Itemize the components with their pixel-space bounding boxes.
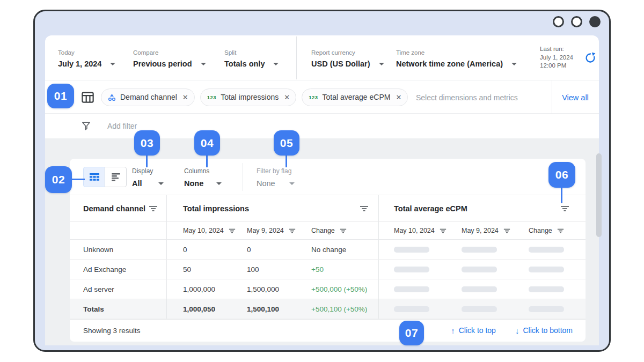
subheader: Change	[311, 227, 335, 234]
selector-value: Totals only	[224, 60, 265, 68]
row-value: 1,500,000	[239, 279, 306, 299]
link-label: Click to bottom	[523, 326, 573, 335]
report-settings-row: Today July 1, 2024 Compare Previous peri…	[45, 35, 599, 80]
table-row: Unknown 0 0 No change	[70, 240, 586, 260]
row-value: 1,000,050	[166, 299, 239, 319]
callout-connector	[206, 155, 208, 167]
sort-filter-icon[interactable]	[440, 228, 447, 233]
selector-value: Network time zone (America)	[396, 60, 503, 68]
view-all-link[interactable]: View all	[552, 93, 599, 102]
close-icon[interactable]: ✕	[182, 93, 188, 101]
selector-label: Compare	[133, 49, 206, 56]
subheader: May 9, 2024	[247, 227, 284, 234]
chip-label: Total impressions	[221, 93, 279, 101]
callout-connector	[286, 155, 287, 167]
sort-filter-icon[interactable]	[340, 228, 347, 233]
chevron-down-icon	[379, 63, 384, 65]
row-change: +500,000 (+50%)	[306, 279, 378, 299]
sort-filter-icon[interactable]	[289, 228, 296, 233]
hierarchy-icon	[108, 93, 116, 101]
subheader: Change	[529, 227, 552, 234]
sort-filter-icon[interactable]	[557, 228, 564, 233]
chevron-down-icon	[511, 63, 517, 65]
refresh-icon[interactable]	[584, 51, 597, 64]
table-subheader-row: May 10, 2024 May 9, 2024 Change May 10, …	[70, 222, 586, 240]
window-dot-icon[interactable]	[571, 16, 582, 27]
callout-connector	[146, 155, 148, 167]
filter-funnel-icon[interactable]	[80, 120, 92, 131]
close-icon[interactable]: ✕	[396, 93, 401, 101]
selector-label: Report currency	[311, 49, 384, 56]
skeleton-pill	[394, 306, 429, 312]
scrollbar-thumb[interactable]	[596, 153, 602, 237]
placeholder-cell	[447, 260, 516, 279]
table-row: Ad server 1,000,000 1,500,000 +500,000 (…	[70, 279, 586, 299]
dropdown-label: Display	[132, 167, 164, 175]
click-to-top-link[interactable]: ↑ Click to top	[451, 326, 496, 335]
selector-value: Previous period	[133, 60, 192, 68]
placeholder-cell	[378, 279, 447, 299]
subheader: May 10, 2024	[394, 227, 435, 234]
skeleton-pill	[462, 247, 497, 253]
dropdown-value: All	[132, 179, 142, 188]
divider	[296, 36, 297, 79]
add-filter-button[interactable]: Add filter	[107, 122, 137, 130]
filter-row: Add filter	[45, 114, 599, 138]
date-range-selector[interactable]: Today July 1, 2024	[58, 49, 115, 68]
selector-value: USD (US Dollar)	[311, 60, 370, 68]
placeholder-cell	[447, 240, 516, 259]
skeleton-pill	[462, 306, 497, 312]
bar-list-icon	[111, 173, 121, 181]
callout-badge-03: 03	[134, 130, 160, 156]
callout-connector	[561, 187, 562, 203]
dropdown-value: None	[184, 179, 203, 188]
dimensions-metrics-input[interactable]: Select dimensions and metrics	[416, 93, 518, 102]
chip-demand-channel[interactable]: Demand channel ✕	[101, 88, 195, 106]
skeleton-pill	[529, 306, 564, 312]
row-value: 0	[239, 240, 306, 259]
selected-chips: Demand channel ✕ 123 Total impressions ✕…	[101, 80, 408, 114]
timezone-selector[interactable]: Time zone Network time zone (America)	[396, 49, 517, 68]
currency-selector[interactable]: Report currency USD (US Dollar)	[311, 49, 384, 68]
close-icon[interactable]: ✕	[284, 93, 290, 101]
table-columns-icon[interactable]	[80, 90, 95, 105]
sort-filter-icon[interactable]	[149, 205, 158, 212]
table-row: Ad Exchange 50 100 +50	[70, 260, 586, 279]
last-run-time: 12:00 PM	[540, 62, 573, 70]
chevron-down-icon	[273, 63, 279, 65]
sort-filter-icon[interactable]	[360, 205, 369, 212]
dropdown-value: None	[257, 179, 275, 188]
page: Today July 1, 2024 Compare Previous peri…	[0, 0, 644, 362]
row-dimension: Ad server	[70, 279, 166, 299]
row-value: 1,500,100	[239, 299, 306, 319]
last-run-label: Last run:	[540, 45, 573, 54]
window-dot-filled-icon[interactable]	[589, 16, 601, 27]
window-controls	[553, 16, 601, 27]
sort-filter-icon[interactable]	[560, 205, 569, 212]
placeholder-cell	[516, 279, 586, 299]
chip-label: Demand channel	[120, 93, 177, 101]
sort-filter-icon[interactable]	[503, 228, 510, 233]
display-dropdown[interactable]: Display All	[132, 167, 164, 188]
placeholder-cell	[516, 260, 586, 279]
window-dot-icon[interactable]	[553, 16, 564, 27]
report-table-card: Display All Columns None Filter by flag …	[70, 159, 586, 342]
last-run-info: Last run: July 1, 2024 12:00 PM	[540, 45, 573, 70]
skeleton-pill	[462, 267, 497, 272]
table-header-row: Demand channel Total impressions Total a…	[70, 195, 586, 222]
row-change: +500,100 (+50%)	[306, 299, 378, 319]
sort-filter-icon[interactable]	[229, 228, 236, 233]
compare-selector[interactable]: Compare Previous period	[133, 49, 206, 68]
chip-total-impressions[interactable]: 123 Total impressions ✕	[200, 88, 296, 106]
click-to-bottom-link[interactable]: ↓ Click to bottom	[515, 326, 573, 335]
chart-view-button[interactable]	[105, 167, 127, 187]
columns-dropdown[interactable]: Columns None	[184, 167, 222, 188]
chip-total-average-ecpm[interactable]: 123 Total average eCPM ✕	[302, 88, 408, 106]
arrow-down-icon: ↓	[515, 326, 519, 335]
table-view-button[interactable]	[83, 167, 105, 187]
app-window: Today July 1, 2024 Compare Previous peri…	[33, 10, 611, 352]
filter-by-flag-dropdown[interactable]: Filter by flag None	[257, 167, 295, 188]
split-selector[interactable]: Split Totals only	[224, 49, 279, 68]
chevron-down-icon	[201, 63, 206, 65]
row-change: +50	[306, 260, 378, 279]
